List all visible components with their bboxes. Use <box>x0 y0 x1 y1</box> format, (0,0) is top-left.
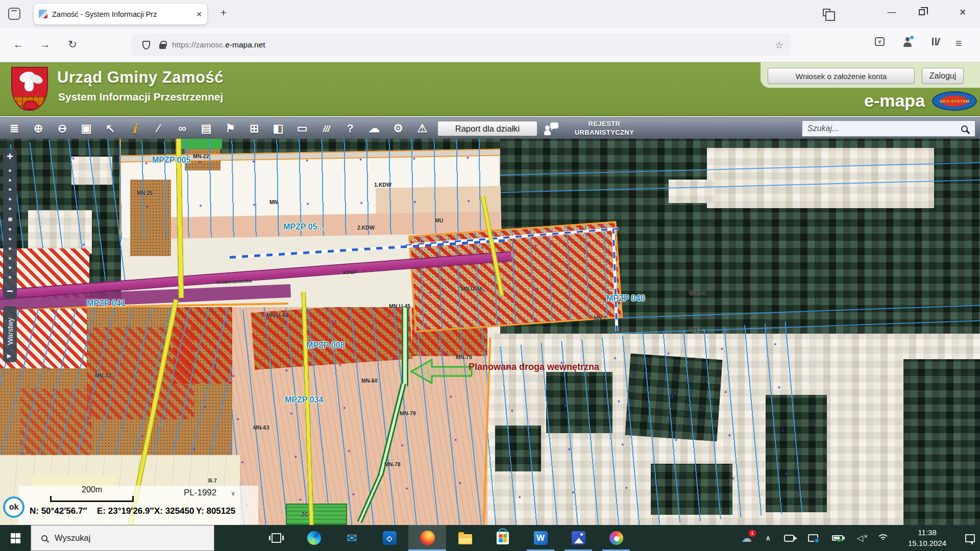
all-tabs-icon[interactable] <box>823 9 830 16</box>
action-center-icon[interactable] <box>965 534 975 542</box>
taskbar-item-paint[interactable] <box>597 525 635 551</box>
link-icon[interactable]: ∞ <box>172 123 192 134</box>
firefox-view-icon[interactable] <box>8 8 20 20</box>
parcel-label: 1.KDW <box>374 182 391 188</box>
zoom-in-icon[interactable]: ⊕ <box>28 123 48 134</box>
search-icon <box>41 535 47 541</box>
emapa-brand: e-mapa <box>864 91 925 111</box>
taskbar-item-store[interactable] <box>484 525 522 551</box>
warning-icon[interactable]: ⚠ <box>412 123 432 134</box>
taskbar-item-photos[interactable] <box>559 525 597 551</box>
tray-app-icon[interactable]: ☁1 <box>741 533 752 543</box>
new-tab-button[interactable]: + <box>216 7 231 19</box>
taskbar-item-mail[interactable]: ✉ <box>333 525 371 551</box>
zoom-level-dot[interactable] <box>9 238 11 240</box>
browser-tab[interactable]: Zamość - System Informacji Prz ✕ <box>34 4 207 24</box>
parcel-report-button[interactable]: Raport dla działki <box>437 121 537 136</box>
library-icon[interactable] <box>931 37 941 46</box>
save-to-pocket-icon[interactable]: ∨ <box>875 37 885 46</box>
battery-icon[interactable] <box>832 535 843 541</box>
parcel-label: MN.U-44 <box>266 312 288 318</box>
search-icon[interactable] <box>961 126 968 132</box>
tab-close-icon[interactable]: ✕ <box>196 10 202 18</box>
info-icon[interactable]: i <box>124 122 144 135</box>
parcel-label: MN 25 <box>137 190 153 196</box>
meet-now-icon[interactable] <box>784 535 794 542</box>
parcel-label: 2.KDW <box>357 224 375 231</box>
layers-panel-toggle[interactable]: Warstwy ▶ <box>3 306 17 362</box>
parcel-label: MN-32 <box>95 372 111 379</box>
window-close-button[interactable]: ✕ <box>952 7 973 18</box>
date: 15.10.2024 <box>903 538 951 548</box>
tracking-shield-icon[interactable] <box>142 41 150 49</box>
zoom-level-dot[interactable] <box>9 247 11 250</box>
tab-favicon-icon <box>39 10 47 18</box>
zoom-in-button[interactable]: + <box>7 151 13 162</box>
crs-selector[interactable]: PL-1992∨ <box>184 488 235 498</box>
reload-button[interactable]: ↻ <box>63 38 82 51</box>
zoom-level-dot[interactable] <box>9 208 11 210</box>
account-icon[interactable] <box>902 37 913 47</box>
zoom-level-slider[interactable] <box>3 162 17 286</box>
url-bar[interactable]: https://zamosc.e-mapa.net ☆ <box>131 34 791 56</box>
zoom-out-icon[interactable]: ⊖ <box>52 123 72 134</box>
compare-icon[interactable]: ⊞ <box>244 123 264 134</box>
task-view-button[interactable] <box>257 525 295 551</box>
pointer-icon[interactable]: ↖ <box>100 123 120 134</box>
tray-expand-icon[interactable]: ∧ <box>766 534 771 542</box>
map-search-input[interactable] <box>802 124 961 133</box>
urban-registry-button[interactable]: REJESTR URBANISTYCZNY <box>566 120 643 137</box>
clock[interactable]: 11:38 15.10.2024 <box>903 528 951 548</box>
account-request-button[interactable]: Wniosek o założenie konta <box>768 68 915 84</box>
lock-icon[interactable] <box>159 44 166 49</box>
layout-icon[interactable]: ◧ <box>268 123 288 134</box>
paint-icon <box>609 531 623 545</box>
taskbar-item-edge[interactable] <box>295 525 333 551</box>
zone-label: MPZP 040 <box>606 294 645 303</box>
forward-button[interactable]: → <box>36 38 54 51</box>
feedback-person-icon[interactable] <box>544 121 559 137</box>
back-button[interactable]: ← <box>9 38 28 51</box>
display-cast-icon[interactable] <box>808 534 818 542</box>
hatching-icon[interactable]: /// <box>316 124 336 134</box>
volume-muted-icon[interactable]: ◁✕ <box>857 534 863 542</box>
street-view-icon[interactable]: ⚑ <box>220 123 240 134</box>
wifi-icon[interactable] <box>877 534 889 542</box>
map-canvas[interactable]: MPZP 005MPZP 05...MPZP 041MPZP 008MPZP 0… <box>0 139 980 525</box>
taskbar-item-firefox-active[interactable] <box>408 525 446 551</box>
menu-icon[interactable]: ≡ <box>955 37 962 49</box>
zoom-level-dot[interactable] <box>9 198 11 201</box>
print-icon[interactable]: ▤ <box>196 123 216 134</box>
zoom-level-dot[interactable] <box>9 188 11 191</box>
parcel-label: R-7 <box>208 478 217 484</box>
zoom-level-dot[interactable] <box>9 257 11 260</box>
zoom-level-dot[interactable] <box>9 179 11 182</box>
layers-icon[interactable]: ≣ <box>4 123 24 134</box>
account-panel: Wniosek o założenie konta Zaloguj <box>761 62 980 88</box>
zoom-extent-icon[interactable]: ▣ <box>76 123 96 134</box>
parcel-label: ZC <box>301 511 308 517</box>
ok-button[interactable]: ok <box>3 496 24 518</box>
parcel-label: MN-22 <box>193 153 209 159</box>
measure-icon[interactable]: ∕ <box>148 123 168 134</box>
feedback-icon[interactable]: ▭ <box>292 123 312 134</box>
taskbar-item-word[interactable]: W <box>522 525 559 551</box>
bookmark-star-icon[interactable]: ☆ <box>775 39 783 51</box>
download-icon[interactable]: ☁ <box>364 123 384 134</box>
taskbar-search[interactable]: Wyszukaj <box>31 525 214 551</box>
road-label: KDGP <box>343 269 357 275</box>
window-minimize-button[interactable]: — <box>881 7 902 17</box>
zoom-out-button[interactable]: − <box>7 286 13 297</box>
zoom-level-dot[interactable] <box>9 169 11 172</box>
help-icon[interactable]: ? <box>340 123 360 134</box>
zoom-level-dot[interactable] <box>9 266 11 269</box>
settings-icon[interactable]: ⚙ <box>388 123 408 134</box>
start-button[interactable] <box>0 525 31 551</box>
zoom-level-dot[interactable] <box>8 217 12 221</box>
login-button[interactable]: Zaloguj <box>922 68 964 84</box>
window-restore-button[interactable] <box>919 9 925 15</box>
taskbar-item-explorer[interactable] <box>446 525 484 551</box>
zoom-level-dot[interactable] <box>9 228 11 231</box>
taskbar-item-3dviewer[interactable]: ◇ <box>371 525 408 551</box>
zoom-level-dot[interactable] <box>9 276 11 279</box>
